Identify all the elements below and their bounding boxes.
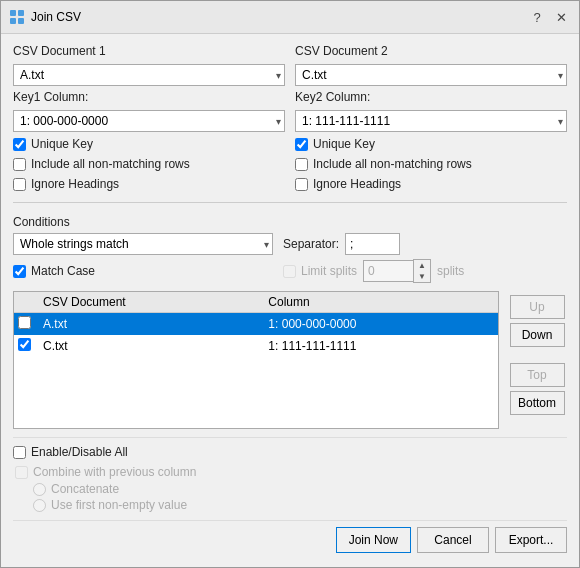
table-section: CSV Document Column A.txt1: 000-000-0000… xyxy=(13,291,567,429)
app-icon xyxy=(9,9,25,25)
doc2-non-matching-row[interactable]: Include all non-matching rows xyxy=(295,157,567,171)
table-header-doc: CSV Document xyxy=(35,292,260,313)
limit-splits-row[interactable]: Limit splits xyxy=(283,264,357,278)
spinner-wrap: ▲ ▼ xyxy=(363,259,431,283)
divider1 xyxy=(13,202,567,203)
separator-label: Separator: xyxy=(283,237,339,251)
doc2-label: CSV Document 2 xyxy=(295,44,567,58)
svg-rect-0 xyxy=(10,10,16,16)
table-header-check xyxy=(14,292,35,313)
dialog: Join CSV ? ✕ CSV Document 1 A.txt ▾ Key1… xyxy=(0,0,580,568)
row-checkbox[interactable] xyxy=(18,316,31,329)
down-button[interactable]: Down xyxy=(510,323,565,347)
conditions-match-select[interactable]: Whole strings match Partial match Regex … xyxy=(13,233,273,255)
concatenate-radio[interactable] xyxy=(33,483,46,496)
separator-area: Separator: xyxy=(283,233,400,255)
doc1-ignore-headings-label: Ignore Headings xyxy=(31,177,119,191)
csv-doc1-panel: CSV Document 1 A.txt ▾ Key1 Column: 1: 0… xyxy=(13,44,285,192)
doc1-label: CSV Document 1 xyxy=(13,44,285,58)
row-col: 1: 111-111-1111 xyxy=(260,335,498,357)
doc2-key-select[interactable]: 1: 111-111-1111 xyxy=(295,110,567,132)
row-checkbox[interactable] xyxy=(18,338,31,351)
doc1-select[interactable]: A.txt xyxy=(13,64,285,86)
combine-label: Combine with previous column xyxy=(33,465,196,479)
export-button[interactable]: Export... xyxy=(495,527,567,553)
doc2-unique-key-row[interactable]: Unique Key xyxy=(295,137,567,151)
doc2-unique-key-label: Unique Key xyxy=(313,137,375,151)
spinner-up-button[interactable]: ▲ xyxy=(414,260,430,271)
doc1-ignore-headings-checkbox[interactable] xyxy=(13,178,26,191)
doc1-non-matching-row[interactable]: Include all non-matching rows xyxy=(13,157,285,171)
doc1-key-label: Key1 Column: xyxy=(13,90,285,104)
enable-disable-checkbox[interactable] xyxy=(13,446,26,459)
doc2-ignore-headings-label: Ignore Headings xyxy=(313,177,401,191)
conditions-label: Conditions xyxy=(13,215,567,229)
table-wrap: CSV Document Column A.txt1: 000-000-0000… xyxy=(13,291,499,429)
separator-input[interactable] xyxy=(345,233,400,255)
doc1-key-select[interactable]: 1: 000-000-0000 xyxy=(13,110,285,132)
title-text: Join CSV xyxy=(31,10,81,24)
match-case-row[interactable]: Match Case xyxy=(13,264,273,278)
close-button[interactable]: ✕ xyxy=(551,7,571,27)
spinner-buttons: ▲ ▼ xyxy=(413,259,431,283)
limit-splits-label: Limit splits xyxy=(301,264,357,278)
table-row[interactable]: C.txt1: 111-111-1111 xyxy=(14,335,498,357)
columns-table: CSV Document Column A.txt1: 000-000-0000… xyxy=(14,292,498,357)
doc1-unique-key-checkbox[interactable] xyxy=(13,138,26,151)
concatenate-label: Concatenate xyxy=(51,482,119,496)
first-non-empty-label: Use first non-empty value xyxy=(51,498,187,512)
row-doc: C.txt xyxy=(35,335,260,357)
doc2-key-select-wrap: 1: 111-111-1111 ▾ xyxy=(295,110,567,132)
limit-splits-area: Limit splits ▲ ▼ splits xyxy=(283,259,464,283)
doc2-key-label: Key2 Column: xyxy=(295,90,567,104)
doc1-non-matching-checkbox[interactable] xyxy=(13,158,26,171)
title-bar: Join CSV ? ✕ xyxy=(1,1,579,34)
doc1-select-wrap: A.txt ▾ xyxy=(13,64,285,86)
doc1-ignore-headings-row[interactable]: Ignore Headings xyxy=(13,177,285,191)
enable-disable-row[interactable]: Enable/Disable All xyxy=(13,445,567,459)
conditions-row1: Whole strings match Partial match Regex … xyxy=(13,233,567,255)
first-non-empty-row[interactable]: Use first non-empty value xyxy=(15,498,567,512)
combine-section: Combine with previous column Concatenate… xyxy=(13,464,567,512)
action-bar: Join Now Cancel Export... xyxy=(13,520,567,557)
match-case-label: Match Case xyxy=(31,264,95,278)
doc1-unique-key-label: Unique Key xyxy=(31,137,93,151)
combine-row[interactable]: Combine with previous column xyxy=(15,465,567,479)
bottom-section: Enable/Disable All Combine with previous… xyxy=(13,437,567,512)
csv-doc2-panel: CSV Document 2 C.txt ▾ Key2 Column: 1: 1… xyxy=(295,44,567,192)
enable-disable-label: Enable/Disable All xyxy=(31,445,128,459)
join-now-button[interactable]: Join Now xyxy=(336,527,411,553)
cancel-button[interactable]: Cancel xyxy=(417,527,489,553)
match-case-checkbox[interactable] xyxy=(13,265,26,278)
first-non-empty-radio[interactable] xyxy=(33,499,46,512)
bottom-button[interactable]: Bottom xyxy=(510,391,565,415)
doc1-key-select-wrap: 1: 000-000-0000 ▾ xyxy=(13,110,285,132)
splits-value-input xyxy=(363,260,413,282)
doc2-non-matching-label: Include all non-matching rows xyxy=(313,157,472,171)
conditions-match-wrap: Whole strings match Partial match Regex … xyxy=(13,233,273,255)
up-button[interactable]: Up xyxy=(510,295,565,319)
doc2-ignore-headings-checkbox[interactable] xyxy=(295,178,308,191)
doc2-select-wrap: C.txt ▾ xyxy=(295,64,567,86)
conditions-section: Conditions Whole strings match Partial m… xyxy=(13,213,567,283)
concatenate-row[interactable]: Concatenate xyxy=(15,482,567,496)
row-col: 1: 000-000-0000 xyxy=(260,313,498,336)
doc1-unique-key-row[interactable]: Unique Key xyxy=(13,137,285,151)
doc2-ignore-headings-row[interactable]: Ignore Headings xyxy=(295,177,567,191)
row-doc: A.txt xyxy=(35,313,260,336)
csv-docs-row: CSV Document 1 A.txt ▾ Key1 Column: 1: 0… xyxy=(13,44,567,192)
table-row[interactable]: A.txt1: 000-000-0000 xyxy=(14,313,498,336)
svg-rect-2 xyxy=(10,18,16,24)
splits-label: splits xyxy=(437,264,464,278)
limit-splits-checkbox[interactable] xyxy=(283,265,296,278)
table-side-buttons: Up Down Top Bottom xyxy=(507,291,567,429)
svg-rect-1 xyxy=(18,10,24,16)
help-button[interactable]: ? xyxy=(527,7,547,27)
doc2-non-matching-checkbox[interactable] xyxy=(295,158,308,171)
top-button[interactable]: Top xyxy=(510,363,565,387)
spinner-down-button[interactable]: ▼ xyxy=(414,271,430,282)
conditions-row2: Match Case Limit splits ▲ ▼ splits xyxy=(13,259,567,283)
doc2-select[interactable]: C.txt xyxy=(295,64,567,86)
combine-checkbox[interactable] xyxy=(15,466,28,479)
doc2-unique-key-checkbox[interactable] xyxy=(295,138,308,151)
